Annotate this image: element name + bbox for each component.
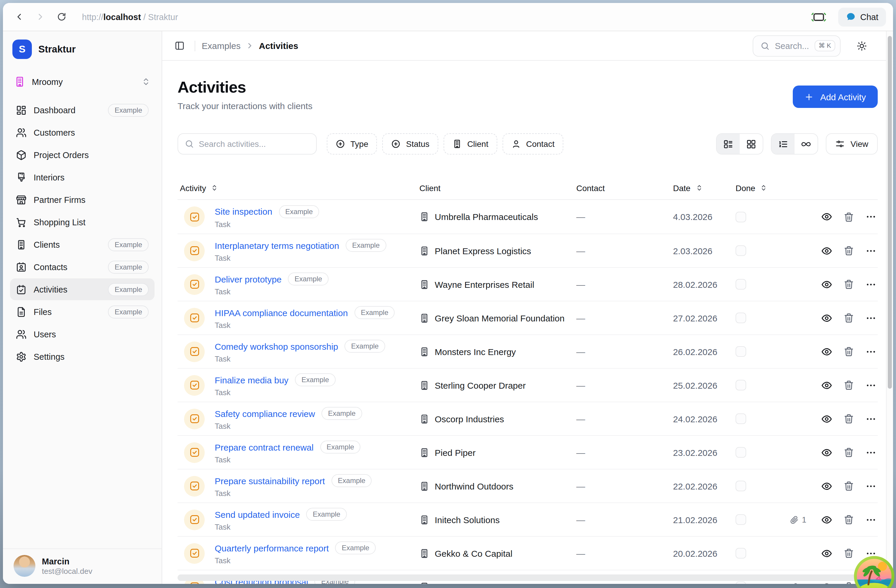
- row-menu-button[interactable]: [866, 514, 876, 525]
- grid-view-button[interactable]: [740, 134, 763, 154]
- done-checkbox[interactable]: [736, 312, 746, 323]
- global-search-button[interactable]: Search... ⌘ K: [752, 35, 841, 56]
- sidebar-item-clients[interactable]: Clients Example: [10, 233, 155, 255]
- sidebar-item-project-orders[interactable]: Project Orders: [10, 144, 155, 166]
- sidebar-item-files[interactable]: Files Example: [10, 301, 155, 323]
- sidebar-item-settings[interactable]: Settings: [10, 346, 155, 367]
- scrollbar-thumb[interactable]: [888, 36, 892, 388]
- refresh-button[interactable]: [52, 8, 70, 26]
- theme-toggle-button[interactable]: [852, 36, 872, 56]
- sidebar-item-activities[interactable]: Activities Example: [10, 278, 155, 300]
- done-checkbox[interactable]: [736, 447, 746, 458]
- activity-title[interactable]: Comedy workshop sponsorship: [215, 341, 338, 351]
- view-row-button[interactable]: [821, 548, 832, 559]
- horizontal-scrollbar[interactable]: [178, 574, 879, 581]
- activities-search[interactable]: [178, 133, 317, 154]
- sidebar-item-customers[interactable]: Customers: [10, 122, 155, 143]
- delete-row-button[interactable]: [844, 514, 854, 525]
- chat-button[interactable]: Chat: [838, 8, 886, 26]
- workspace-selector[interactable]: Mroomy: [10, 73, 155, 90]
- sidebar-toggle-button[interactable]: [171, 37, 188, 55]
- vertical-scrollbar[interactable]: [886, 31, 893, 584]
- address-bar[interactable]: http://localhost / Straktur: [82, 12, 178, 21]
- filter-chip-status[interactable]: Status: [382, 133, 438, 154]
- done-checkbox[interactable]: [736, 548, 746, 559]
- row-menu-button[interactable]: [866, 447, 876, 458]
- row-menu-button[interactable]: [866, 245, 876, 256]
- view-row-button[interactable]: [821, 346, 832, 357]
- delete-row-button[interactable]: [844, 212, 854, 222]
- delete-row-button[interactable]: [844, 245, 854, 256]
- activity-title[interactable]: Interplanetary terms negotiation: [215, 240, 339, 250]
- activity-title[interactable]: Safety compliance review: [215, 408, 315, 419]
- view-row-button[interactable]: [821, 245, 832, 256]
- sidebar-item-partner-firms[interactable]: Partner Firms: [10, 189, 155, 210]
- activity-title[interactable]: Deliver prototype: [215, 274, 282, 284]
- sidebar-item-interiors[interactable]: Interiors: [10, 166, 155, 188]
- view-row-button[interactable]: [821, 447, 832, 458]
- view-row-button[interactable]: [821, 211, 832, 222]
- filter-chip-client[interactable]: Client: [443, 133, 497, 154]
- done-checkbox[interactable]: [736, 481, 746, 491]
- user-menu[interactable]: Marcin test@local.dev: [3, 548, 162, 584]
- view-row-button[interactable]: [821, 514, 832, 525]
- done-checkbox[interactable]: [736, 245, 746, 256]
- list-view-button[interactable]: [717, 134, 740, 154]
- done-checkbox[interactable]: [736, 380, 746, 390]
- view-row-button[interactable]: [821, 413, 832, 424]
- column-header-activity[interactable]: Activity: [178, 183, 419, 193]
- back-button[interactable]: [10, 8, 28, 26]
- delete-row-button[interactable]: [844, 380, 854, 390]
- done-checkbox[interactable]: [736, 582, 746, 584]
- activity-title[interactable]: Site inspection: [215, 206, 272, 216]
- breadcrumb-parent[interactable]: Examples: [202, 41, 241, 51]
- delete-row-button[interactable]: [844, 346, 854, 357]
- row-menu-button[interactable]: [866, 480, 876, 492]
- done-checkbox[interactable]: [736, 413, 746, 424]
- done-checkbox[interactable]: [736, 514, 746, 525]
- column-header-date[interactable]: Date: [673, 183, 736, 193]
- delete-row-button[interactable]: [844, 481, 854, 491]
- view-row-button[interactable]: [821, 379, 832, 391]
- activity-title[interactable]: Quarterly performance report: [215, 543, 329, 553]
- delete-row-button[interactable]: [844, 279, 854, 289]
- activity-title[interactable]: HIPAA compliance documentation: [215, 308, 348, 318]
- activity-title[interactable]: Finalize media buy: [215, 375, 288, 385]
- sidebar-item-shopping-list[interactable]: Shopping List: [10, 211, 155, 233]
- activity-title[interactable]: Prepare contract renewal: [215, 442, 314, 452]
- row-menu-button[interactable]: [866, 211, 876, 222]
- sidebar-item-users[interactable]: Users: [10, 323, 155, 345]
- activity-title[interactable]: Send updated invoice: [215, 509, 300, 519]
- tropical-island-badge[interactable]: [853, 556, 895, 588]
- sidebar-item-dashboard[interactable]: Dashboard Example: [10, 99, 155, 121]
- forward-button[interactable]: [31, 8, 49, 26]
- filter-chip-type[interactable]: Type: [327, 133, 377, 154]
- screen-capture-icon[interactable]: [811, 10, 827, 23]
- done-checkbox[interactable]: [736, 279, 746, 289]
- delete-row-button[interactable]: [844, 447, 854, 458]
- row-menu-button[interactable]: [866, 413, 876, 424]
- delete-row-button[interactable]: [844, 548, 854, 559]
- paged-list-button[interactable]: [771, 134, 795, 154]
- view-row-button[interactable]: [821, 581, 832, 584]
- activity-title[interactable]: Prepare sustainability report: [215, 476, 325, 486]
- row-menu-button[interactable]: [866, 279, 876, 290]
- activities-search-input[interactable]: [199, 139, 310, 149]
- done-checkbox[interactable]: [736, 212, 746, 222]
- view-row-button[interactable]: [821, 279, 832, 290]
- sidebar-item-contacts[interactable]: Contacts Example: [10, 256, 155, 278]
- column-header-done[interactable]: Done: [736, 183, 770, 193]
- view-row-button[interactable]: [821, 312, 832, 323]
- view-row-button[interactable]: [821, 480, 832, 492]
- add-activity-button[interactable]: Add Activity: [793, 85, 878, 108]
- row-menu-button[interactable]: [866, 379, 876, 391]
- row-menu-button[interactable]: [866, 346, 876, 357]
- delete-row-button[interactable]: [844, 312, 854, 323]
- filter-chip-contact[interactable]: Contact: [503, 133, 564, 154]
- delete-row-button[interactable]: [844, 413, 854, 424]
- done-checkbox[interactable]: [736, 346, 746, 357]
- delete-row-button[interactable]: [844, 582, 854, 584]
- row-menu-button[interactable]: [866, 312, 876, 323]
- view-options-button[interactable]: View: [826, 133, 878, 154]
- infinite-scroll-button[interactable]: [795, 134, 818, 154]
